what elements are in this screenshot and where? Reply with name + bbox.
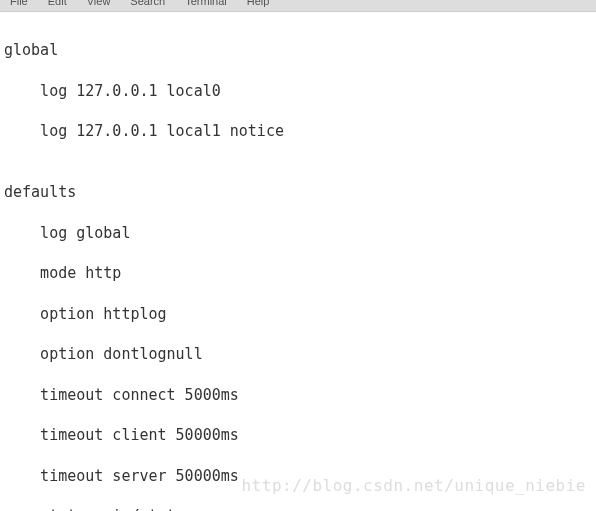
- config-line: timeout connect 5000ms: [4, 385, 592, 405]
- config-line: mode http: [4, 263, 592, 283]
- menu-edit[interactable]: Edit: [46, 0, 69, 5]
- editor-area[interactable]: global log 127.0.0.1 local0 log 127.0.0.…: [0, 12, 596, 511]
- menu-file[interactable]: File: [8, 0, 30, 5]
- config-line: option httplog: [4, 304, 592, 324]
- menu-search[interactable]: Search: [128, 0, 167, 5]
- config-line: log global: [4, 223, 592, 243]
- config-line: log 127.0.0.1 local0: [4, 81, 592, 101]
- config-line: log 127.0.0.1 local1 notice: [4, 121, 592, 141]
- config-line: timeout client 50000ms: [4, 425, 592, 445]
- menu-terminal[interactable]: Terminal: [183, 0, 229, 5]
- menu-help[interactable]: Help: [245, 0, 272, 5]
- menu-view[interactable]: View: [85, 0, 113, 5]
- config-line: defaults: [4, 182, 592, 202]
- config-line: option dontlognull: [4, 344, 592, 364]
- config-line: timeout server 50000ms: [4, 466, 592, 486]
- config-line: global: [4, 40, 592, 60]
- config-line: stats uri /status: [4, 506, 592, 511]
- menubar: File Edit View Search Terminal Help: [0, 0, 596, 12]
